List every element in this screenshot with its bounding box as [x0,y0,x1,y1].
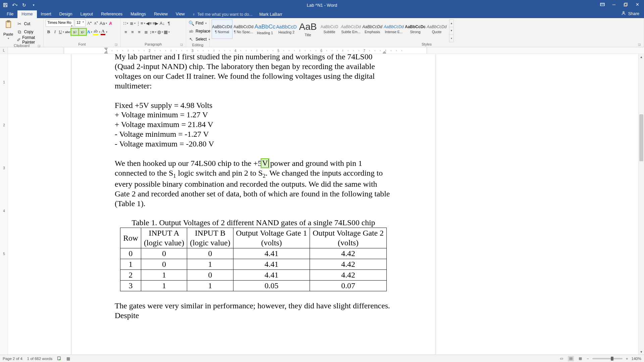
replace-button[interactable]: abReplace [188,27,210,35]
style-emphasis[interactable]: AaBbCcDdEmphasis [362,19,383,39]
close-icon[interactable]: ✕ [636,2,639,8]
numbering-button[interactable]: ≣ [129,20,136,26]
table-cell[interactable]: 0 [187,270,233,281]
gallery-more-icon[interactable]: ▾ [449,35,453,42]
tab-insert[interactable]: Insert [37,10,55,18]
increase-indent-button[interactable]: ≡▶ [153,20,159,26]
scroll-down-icon[interactable]: ▼ [639,349,644,355]
read-mode-button[interactable]: ▭ [558,356,565,361]
table-cell[interactable]: 1 [187,280,233,291]
document-content[interactable]: My lab partner and I first studied the p… [115,54,392,320]
measurement-line[interactable]: - Voltage minimum = -1.27 V [115,129,392,139]
style-quote[interactable]: AaBbCcDdQuote [426,19,447,39]
table-cell[interactable]: 4.42 [310,259,387,270]
style-strong[interactable]: AaBbCcDcStrong [405,19,426,39]
superscript-button[interactable]: x2 [79,28,86,35]
tab-design[interactable]: Design [55,10,76,18]
style-intense-e---[interactable]: AaBbCcDdIntense E... [383,19,404,39]
save-icon[interactable] [3,2,8,8]
table-cell[interactable]: 0.07 [310,280,387,291]
borders-button[interactable]: ▦ [164,28,170,35]
tab-view[interactable]: View [172,10,189,18]
font-name-combo[interactable]: Times New Ro▾ [46,19,74,27]
decrease-indent-button[interactable]: ◀≡ [146,20,152,26]
line-spacing-button[interactable]: ↕≡ [150,28,156,35]
zoom-level[interactable]: 140% [632,357,641,361]
table-cell[interactable]: 4.41 [233,270,310,281]
highlight-button[interactable]: ab [93,28,100,35]
vertical-scrollbar[interactable]: ▲ ▼ [638,54,644,355]
table-caption[interactable]: Table 1. Output Voltages of 2 different … [115,218,392,228]
page-viewport[interactable]: My lab partner and I first studied the p… [8,54,638,355]
style-heading-1[interactable]: AaBbCcHeading 1 [255,19,275,39]
table-cell[interactable]: 2 [120,270,141,281]
table-cell[interactable]: 1 [120,259,141,270]
table-cell[interactable]: 4.42 [310,248,387,259]
table-cell[interactable]: 0 [187,248,233,259]
tell-me-search[interactable]: ♀ Tell me what you want to do... [189,11,256,18]
tab-home[interactable]: Home [17,10,37,18]
styles-dialog-launcher-icon[interactable]: ◲ [638,43,641,46]
font-dialog-launcher-icon[interactable]: ◲ [115,43,118,46]
qat-customize-icon[interactable]: ▾ [31,2,36,8]
body-paragraph[interactable]: We then hooked up our 74LS00 chip to the… [115,159,392,208]
bullets-button[interactable]: ∷ [123,20,129,26]
style-gallery-scroll[interactable]: ▲ ▼ ▾ [449,19,454,42]
table-cell[interactable]: 4.41 [233,248,310,259]
zoom-out-button[interactable]: − [587,357,589,361]
table-cell[interactable]: 4.41 [233,259,310,270]
table-cell[interactable]: 0 [141,248,187,259]
style-subtle-em---[interactable]: AaBbCcDdSubtle Em... [340,19,361,39]
align-center-button[interactable]: ≡ [129,28,136,35]
tab-layout[interactable]: Layout [76,10,97,18]
format-painter-button[interactable]: ✐Format Painter [16,36,41,44]
table-cell[interactable]: 0 [120,248,141,259]
gallery-up-icon[interactable]: ▲ [449,20,453,27]
spellcheck-icon[interactable] [57,356,62,361]
clear-formatting-button[interactable]: A̷ [108,20,114,26]
font-color-button[interactable]: A [101,28,107,35]
style---normal[interactable]: AaBbCcDd¶ Normal [212,19,232,39]
vertical-ruler[interactable]: 12345 [0,54,8,355]
zoom-slider[interactable] [592,358,623,359]
gallery-down-icon[interactable]: ▼ [449,27,453,35]
change-case-button[interactable]: Aa [100,20,107,26]
align-left-button[interactable]: ≡ [123,28,129,35]
table-header[interactable]: Row [120,228,141,248]
table-cell[interactable]: 0.05 [233,280,310,291]
table-header[interactable]: Output Voltage Gate 1(volts) [233,228,310,248]
table-header[interactable]: INPUT A(logic value) [141,228,187,248]
underline-button[interactable]: U [58,28,64,35]
body-paragraph[interactable]: My lab partner and I first studied the p… [115,54,392,91]
grow-font-button[interactable]: A▴ [86,20,92,26]
select-button[interactable]: ↖Select▾ [188,36,210,43]
style-gallery[interactable]: AaBbCcDd¶ NormalAaBbCcDd¶ No Spac...AaBb… [212,19,447,42]
paste-button[interactable]: Paste ▾ [2,19,14,40]
scroll-up-icon[interactable]: ▲ [639,54,644,60]
web-layout-button[interactable]: ▦ [577,356,583,361]
subscript-button[interactable]: x2 [71,28,78,35]
macro-record-icon[interactable]: ▦ [66,356,70,361]
page-indicator[interactable]: Page 2 of 4 [3,357,22,361]
italic-button[interactable]: I [52,28,58,35]
share-button[interactable]: Share [616,9,644,18]
paragraph-dialog-launcher-icon[interactable]: ◲ [180,43,183,46]
tab-mailings[interactable]: Mailings [126,10,150,18]
style-heading-2[interactable]: AaBbCcDHeading 2 [276,19,297,39]
shading-button[interactable]: ◍ [157,28,163,35]
table-cell[interactable]: 0 [141,259,187,270]
zoom-in-button[interactable]: + [626,357,628,361]
style-title[interactable]: AaBTitle [298,19,318,39]
multilevel-list-button[interactable]: ⋮≡ [136,20,145,26]
cut-button[interactable]: ✂Cut [16,20,41,27]
maximize-icon[interactable] [623,2,628,8]
shrink-font-button[interactable]: A▾ [93,20,99,26]
align-right-button[interactable]: ≡ [136,28,142,35]
table-cell[interactable]: 4.42 [310,270,387,281]
print-layout-button[interactable]: ▤ [568,356,574,361]
table-header[interactable]: INPUT B(logic value) [187,228,233,248]
redo-icon[interactable]: ↻ [21,2,27,8]
word-count[interactable]: 1 of 662 words [27,357,52,361]
strikethrough-button[interactable]: abc [65,28,71,35]
style---no-spac---[interactable]: AaBbCcDd¶ No Spac... [233,19,254,39]
